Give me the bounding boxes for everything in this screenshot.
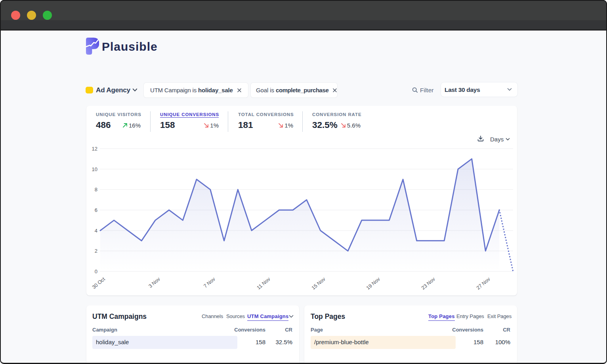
svg-text:6: 6 <box>95 207 97 213</box>
svg-text:2: 2 <box>95 248 97 254</box>
svg-text:3 Nov: 3 Nov <box>147 276 162 289</box>
svg-text:27 Nov: 27 Nov <box>475 276 491 291</box>
svg-text:12: 12 <box>92 146 97 152</box>
svg-text:11 Nov: 11 Nov <box>256 276 271 290</box>
svg-text:0: 0 <box>95 269 97 274</box>
svg-text:4: 4 <box>95 228 97 234</box>
svg-text:8: 8 <box>95 187 97 192</box>
svg-text:30 Oct: 30 Oct <box>91 276 106 290</box>
svg-text:7 Nov: 7 Nov <box>202 276 217 289</box>
svg-text:19 Nov: 19 Nov <box>365 276 381 291</box>
svg-text:15 Nov: 15 Nov <box>310 276 326 291</box>
svg-text:23 Nov: 23 Nov <box>420 276 436 291</box>
svg-text:10: 10 <box>92 166 97 172</box>
